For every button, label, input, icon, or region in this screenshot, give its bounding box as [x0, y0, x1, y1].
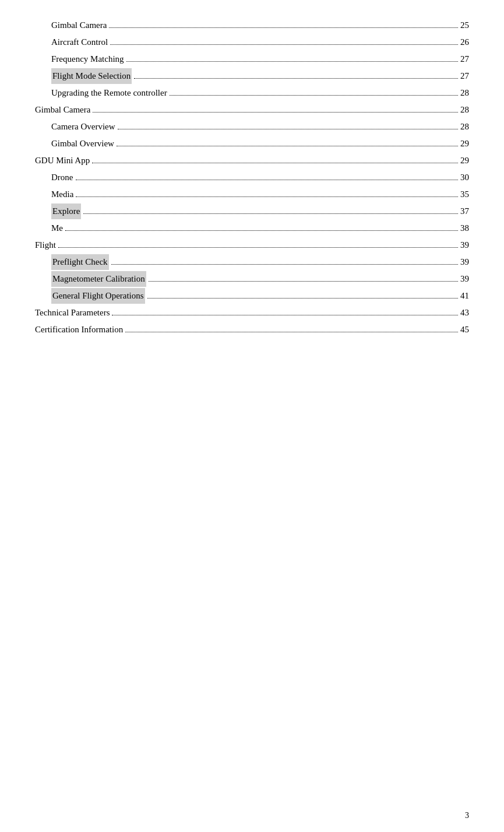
- toc-page-number: 28: [460, 85, 469, 101]
- toc-entry[interactable]: Upgrading the Remote controller28: [35, 85, 469, 101]
- toc-entry[interactable]: Aircraft Control26: [35, 34, 469, 50]
- toc-page-number: 37: [460, 203, 469, 219]
- toc-page-number: 29: [460, 136, 469, 152]
- toc-entry[interactable]: Gimbal Camera28: [35, 102, 469, 118]
- toc-dots: [170, 95, 458, 96]
- toc-dots: [83, 213, 458, 214]
- toc-label: Flight: [35, 237, 56, 253]
- toc-page-number: 38: [460, 220, 469, 236]
- toc-label: Certification Information: [35, 322, 123, 338]
- toc-label: Magnetometer Calibration: [51, 271, 146, 287]
- toc-label: GDU Mini App: [35, 153, 90, 168]
- toc-dots: [65, 230, 458, 231]
- toc-dots: [112, 315, 458, 315]
- toc-entry[interactable]: GDU Mini App29: [35, 153, 469, 168]
- toc-entry[interactable]: Camera Overview28: [35, 119, 469, 135]
- toc-label: Technical Parameters: [35, 305, 110, 321]
- toc-page-number: 25: [460, 17, 469, 33]
- toc-label: Me: [51, 220, 63, 236]
- toc-dots: [109, 27, 458, 28]
- toc-page-number: 39: [460, 271, 469, 287]
- toc-page-number: 39: [460, 237, 469, 253]
- toc-label: Preflight Check: [51, 254, 109, 270]
- toc-dots: [92, 163, 458, 163]
- toc-entry[interactable]: Preflight Check39: [35, 254, 469, 270]
- toc-dots: [134, 78, 458, 79]
- toc-page-number: 26: [460, 34, 469, 50]
- toc-dots: [58, 247, 458, 248]
- toc-page-number: 28: [460, 119, 469, 135]
- table-of-contents: Gimbal Camera25Aircraft Control26Frequen…: [35, 17, 469, 338]
- toc-label: General Flight Operations: [51, 288, 145, 304]
- toc-dots: [126, 61, 458, 62]
- toc-page-number: 28: [460, 102, 469, 118]
- toc-page-number: 45: [460, 322, 469, 338]
- toc-entry[interactable]: Technical Parameters43: [35, 305, 469, 321]
- toc-label: Upgrading the Remote controller: [51, 85, 167, 101]
- toc-page-number: 27: [460, 51, 469, 67]
- toc-label: Explore: [51, 203, 81, 219]
- toc-dots: [149, 281, 458, 282]
- toc-dots: [118, 129, 458, 129]
- toc-dots: [117, 146, 458, 146]
- toc-label: Aircraft Control: [51, 34, 108, 50]
- toc-entry[interactable]: Flight Mode Selection27: [35, 68, 469, 84]
- toc-label: Flight Mode Selection: [51, 68, 132, 84]
- toc-page-number: 41: [460, 288, 469, 304]
- toc-page-number: 43: [460, 305, 469, 321]
- toc-dots: [111, 264, 458, 265]
- toc-entry[interactable]: Me38: [35, 220, 469, 236]
- toc-label: Gimbal Camera: [51, 17, 107, 33]
- toc-entry[interactable]: Magnetometer Calibration39: [35, 271, 469, 287]
- toc-dots: [110, 44, 458, 45]
- page-footer: 3: [465, 811, 469, 820]
- toc-dots: [147, 298, 458, 299]
- toc-entry[interactable]: Flight39: [35, 237, 469, 253]
- toc-label: Drone: [51, 170, 73, 185]
- toc-entry[interactable]: Gimbal Overview29: [35, 136, 469, 152]
- toc-entry[interactable]: Drone30: [35, 170, 469, 185]
- toc-label: Gimbal Camera: [35, 102, 90, 118]
- toc-page-number: 35: [460, 187, 469, 202]
- toc-label: Frequency Matching: [51, 51, 124, 67]
- toc-entry[interactable]: Explore37: [35, 203, 469, 219]
- toc-entry[interactable]: Certification Information45: [35, 322, 469, 338]
- toc-dots: [76, 180, 459, 180]
- toc-page-number: 39: [460, 254, 469, 270]
- toc-dots: [125, 332, 458, 332]
- toc-dots: [76, 196, 458, 197]
- toc-entry[interactable]: Media35: [35, 187, 469, 202]
- toc-page-number: 29: [460, 153, 469, 168]
- toc-page-number: 30: [460, 170, 469, 185]
- toc-entry[interactable]: Gimbal Camera25: [35, 17, 469, 33]
- toc-entry[interactable]: Frequency Matching27: [35, 51, 469, 67]
- toc-label: Gimbal Overview: [51, 136, 114, 152]
- toc-label: Camera Overview: [51, 119, 115, 135]
- toc-entry[interactable]: General Flight Operations41: [35, 288, 469, 304]
- page-number: 3: [465, 811, 469, 820]
- toc-page-number: 27: [460, 68, 469, 84]
- toc-label: Media: [51, 187, 73, 202]
- toc-dots: [93, 112, 458, 113]
